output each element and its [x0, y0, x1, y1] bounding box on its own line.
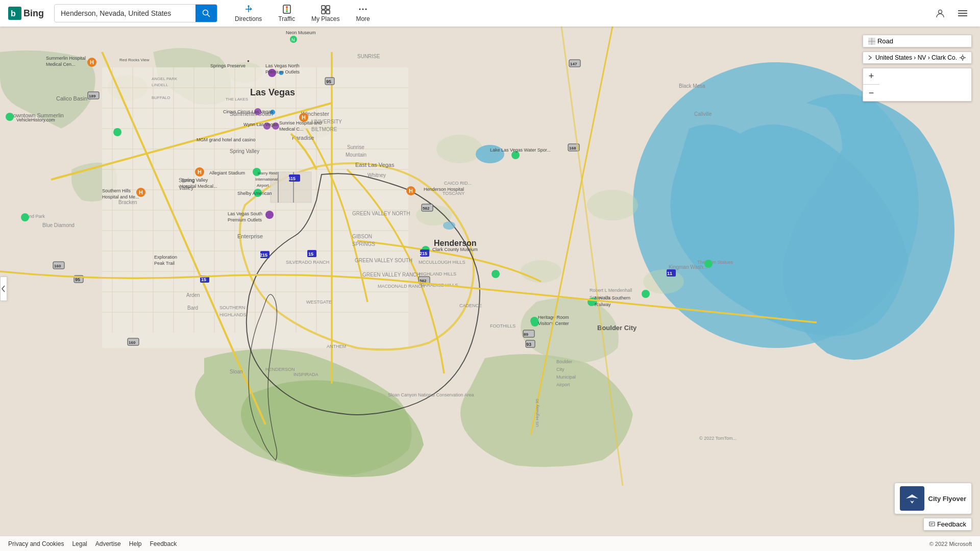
svg-point-139	[704, 260, 713, 268]
collapse-sidebar-button[interactable]	[0, 277, 7, 301]
svg-text:147: 147	[570, 62, 577, 66]
svg-text:GREEN VALLEY SOUTH: GREEN VALLEY SOUTH	[355, 258, 412, 263]
svg-text:INSPIRADA: INSPIRADA	[293, 372, 318, 377]
feedback-icon	[929, 521, 935, 528]
svg-point-130	[113, 128, 121, 136]
svg-text:SUNRISE: SUNRISE	[357, 54, 380, 59]
svg-rect-8	[322, 6, 325, 9]
svg-point-135	[492, 270, 500, 278]
svg-text:Railway: Railway	[595, 302, 611, 307]
svg-text:582: 582	[423, 206, 430, 211]
traffic-icon	[282, 4, 292, 14]
footer-feedback[interactable]: Feedback	[150, 540, 177, 547]
footer-privacy[interactable]: Privacy and Cookies	[8, 540, 64, 547]
svg-text:Summerlin Hospital: Summerlin Hospital	[46, 56, 86, 61]
nav-directions[interactable]: Directions	[228, 1, 269, 26]
svg-text:WESTGATE: WESTGATE	[306, 299, 332, 305]
svg-text:Clark County Museum: Clark County Museum	[432, 247, 478, 252]
footer-legal[interactable]: Legal	[72, 540, 87, 547]
svg-text:CAICO RID...: CAICO RID...	[444, 181, 472, 186]
svg-text:Henderson: Henderson	[434, 239, 477, 247]
svg-point-145	[530, 317, 538, 325]
svg-text:b: b	[11, 9, 16, 18]
svg-text:Sloan Canyon National Conserva: Sloan Canyon National Conservation Area	[388, 392, 474, 397]
map-controls: Road United States › NV › Clark Co. + −	[863, 35, 972, 102]
svg-text:H: H	[302, 114, 306, 120]
svg-text:Mountain: Mountain	[346, 152, 366, 158]
bing-logo[interactable]: b Bing	[8, 7, 44, 20]
svg-text:Red Rocks View: Red Rocks View	[119, 58, 150, 62]
svg-text:515: 515	[288, 176, 296, 181]
svg-text:Shelby American: Shelby American	[237, 191, 272, 196]
svg-point-26	[521, 260, 561, 283]
svg-point-2	[203, 10, 208, 15]
svg-point-226	[962, 57, 964, 59]
svg-text:N: N	[291, 37, 295, 42]
svg-text:Medical Cen...: Medical Cen...	[46, 62, 76, 67]
svg-text:GREEN VALLEY NORTH: GREEN VALLEY NORTH	[352, 211, 410, 216]
svg-text:Henderson Hospital: Henderson Hospital	[424, 187, 464, 192]
nav-my-places[interactable]: My Places	[304, 1, 347, 26]
svg-text:Wynn Las Vegas: Wynn Las Vegas	[243, 122, 278, 127]
svg-text:15: 15	[201, 277, 206, 282]
nav-traffic[interactable]: Traffic	[271, 1, 302, 26]
svg-text:MACDONALD RANCH: MACDONALD RANCH	[378, 284, 425, 289]
svg-text:Spring Valley: Spring Valley	[230, 148, 259, 154]
svg-rect-10	[322, 10, 325, 14]
svg-text:Black Mesa: Black Mesa	[679, 83, 705, 89]
search-input[interactable]: Henderson, Nevada, United States	[55, 9, 195, 17]
svg-text:Sloan: Sloan	[230, 369, 243, 374]
svg-text:HENDERSON: HENDERSON	[265, 367, 295, 372]
road-view-button[interactable]: Road	[863, 35, 972, 47]
svg-text:ANTHEM: ANTHEM	[327, 344, 346, 349]
svg-text:95: 95	[326, 79, 331, 84]
svg-text:VehicleHistory.com: VehicleHistory.com	[16, 117, 55, 122]
feedback-label: Feedback	[937, 520, 966, 528]
svg-rect-11	[326, 10, 330, 14]
map-container[interactable]: Las Vegas Henderson Summerlin South Cali…	[0, 27, 980, 551]
svg-text:BILTMORE: BILTMORE	[311, 127, 337, 132]
menu-button[interactable]	[953, 4, 972, 22]
svg-text:189: 189	[89, 94, 96, 98]
svg-text:93: 93	[526, 342, 531, 347]
breadcrumb-bar[interactable]: United States › NV › Clark Co.	[863, 52, 972, 64]
search-button[interactable]	[195, 4, 217, 22]
search-box-container: Henderson, Nevada, United States	[54, 4, 217, 22]
svg-text:Premium Outlets: Premium Outlets	[228, 217, 262, 222]
account-button[interactable]	[931, 4, 949, 22]
svg-text:Arden: Arden	[186, 292, 200, 298]
svg-text:MGM grand hotel and casino: MGM grand hotel and casino	[197, 137, 256, 142]
svg-text:Springs Preserve: Springs Preserve	[210, 63, 246, 68]
svg-text:Bracken: Bracken	[118, 199, 137, 205]
svg-text:Boulder City: Boulder City	[597, 324, 637, 332]
city-flyover-widget[interactable]: City Flyover	[894, 483, 972, 514]
zoom-in-button[interactable]: +	[863, 68, 879, 85]
svg-text:H: H	[198, 169, 202, 175]
zoom-out-button[interactable]: −	[863, 85, 879, 101]
svg-text:Bard: Bard	[187, 305, 198, 311]
svg-text:GIBSON: GIBSON	[352, 234, 372, 239]
svg-text:Enterprise: Enterprise	[237, 233, 263, 239]
svg-text:Hospital Medical...: Hospital Medical...	[180, 184, 217, 189]
road-view-label: Road	[877, 37, 893, 45]
hamburger-icon	[958, 9, 967, 18]
more-icon	[358, 4, 368, 14]
svg-point-14	[365, 9, 367, 10]
svg-text:H: H	[409, 188, 413, 194]
svg-text:Exploration: Exploration	[154, 255, 177, 260]
svg-text:H: H	[139, 189, 143, 195]
footer-advertise[interactable]: Advertise	[95, 540, 121, 547]
directions-icon	[243, 4, 254, 14]
airplane-icon	[903, 492, 921, 505]
svg-point-24	[436, 135, 482, 163]
nav-more[interactable]: More	[349, 1, 377, 26]
nav-more-label: More	[356, 15, 370, 22]
svg-text:Allegiant Stadium: Allegiant Stadium	[209, 170, 245, 176]
footer-help[interactable]: Help	[129, 540, 142, 547]
feedback-button[interactable]: Feedback	[923, 518, 972, 531]
svg-text:Hospital and Me...: Hospital and Me...	[102, 194, 139, 199]
svg-text:SILVERADO RANCH: SILVERADO RANCH	[286, 260, 329, 265]
breadcrumb-arrow-icon	[868, 55, 873, 60]
svg-point-15	[939, 10, 942, 14]
svg-text:Medical C...: Medical C...	[279, 127, 304, 132]
